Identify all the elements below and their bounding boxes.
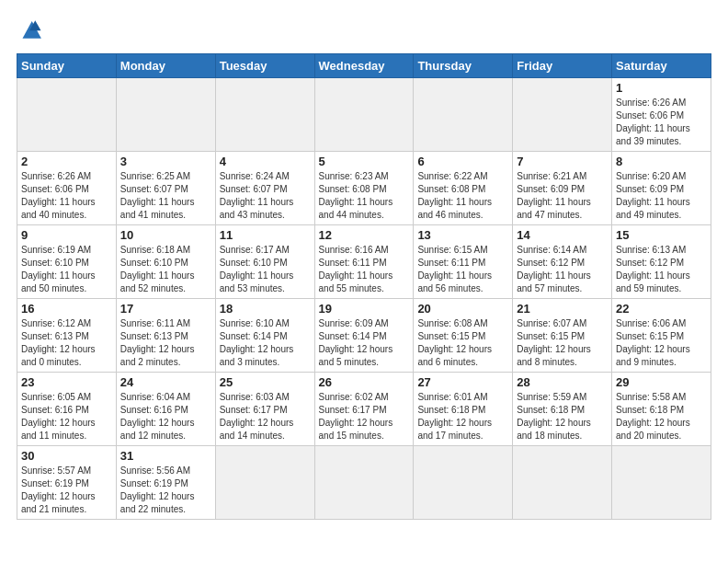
calendar-cell: 27Sunrise: 6:01 AM Sunset: 6:18 PM Dayli… (414, 373, 513, 446)
day-info: Sunrise: 6:19 AM Sunset: 6:10 PM Dayligh… (21, 244, 112, 295)
calendar-cell (414, 78, 513, 152)
calendar-cell: 21Sunrise: 6:07 AM Sunset: 6:15 PM Dayli… (513, 299, 612, 373)
day-info: Sunrise: 6:17 AM Sunset: 6:10 PM Dayligh… (220, 244, 311, 295)
day-info: Sunrise: 6:24 AM Sunset: 6:07 PM Dayligh… (220, 170, 311, 222)
day-info: Sunrise: 5:56 AM Sunset: 6:19 PM Dayligh… (120, 465, 211, 516)
calendar-cell: 3Sunrise: 6:25 AM Sunset: 6:07 PM Daylig… (116, 152, 215, 225)
day-number: 18 (220, 302, 311, 316)
week-row-2: 2Sunrise: 6:26 AM Sunset: 6:06 PM Daylig… (17, 152, 711, 225)
day-number: 2 (21, 155, 112, 168)
calendar-cell: 15Sunrise: 6:13 AM Sunset: 6:12 PM Dayli… (612, 225, 711, 299)
day-number: 1 (616, 81, 707, 95)
day-number: 22 (616, 302, 707, 316)
day-number: 28 (517, 375, 608, 389)
week-row-5: 23Sunrise: 6:05 AM Sunset: 6:16 PM Dayli… (17, 373, 711, 446)
day-info: Sunrise: 6:22 AM Sunset: 6:08 PM Dayligh… (417, 170, 508, 222)
day-info: Sunrise: 6:26 AM Sunset: 6:06 PM Dayligh… (21, 170, 112, 222)
calendar-cell (612, 446, 711, 520)
day-info: Sunrise: 6:21 AM Sunset: 6:09 PM Dayligh… (517, 170, 608, 222)
calendar-cell: 22Sunrise: 6:06 AM Sunset: 6:15 PM Dayli… (612, 299, 711, 373)
calendar-cell: 28Sunrise: 5:59 AM Sunset: 6:18 PM Dayli… (513, 373, 612, 446)
day-info: Sunrise: 6:07 AM Sunset: 6:15 PM Dayligh… (517, 317, 608, 369)
weekday-monday: Monday (116, 54, 215, 78)
calendar-cell: 8Sunrise: 6:20 AM Sunset: 6:09 PM Daylig… (612, 152, 711, 225)
day-info: Sunrise: 6:05 AM Sunset: 6:16 PM Dayligh… (21, 391, 112, 442)
day-info: Sunrise: 6:26 AM Sunset: 6:06 PM Dayligh… (616, 97, 707, 148)
calendar-cell: 26Sunrise: 6:02 AM Sunset: 6:17 PM Dayli… (314, 373, 414, 446)
weekday-tuesday: Tuesday (215, 54, 314, 78)
weekday-saturday: Saturday (612, 54, 711, 78)
day-number: 4 (220, 155, 311, 168)
day-number: 31 (120, 449, 211, 463)
day-number: 13 (417, 228, 508, 242)
calendar-cell (215, 446, 314, 520)
calendar-cell: 4Sunrise: 6:24 AM Sunset: 6:07 PM Daylig… (215, 152, 314, 225)
day-number: 26 (319, 375, 410, 389)
calendar-cell: 30Sunrise: 5:57 AM Sunset: 6:19 PM Dayli… (17, 446, 117, 520)
day-info: Sunrise: 6:03 AM Sunset: 6:17 PM Dayligh… (220, 391, 311, 442)
day-number: 15 (616, 228, 707, 242)
logo (17, 17, 48, 46)
day-number: 10 (120, 228, 211, 242)
day-number: 5 (319, 155, 410, 168)
day-number: 20 (417, 302, 508, 316)
day-info: Sunrise: 6:16 AM Sunset: 6:11 PM Dayligh… (319, 244, 410, 295)
calendar: SundayMondayTuesdayWednesdayThursdayFrid… (17, 53, 711, 520)
day-info: Sunrise: 6:14 AM Sunset: 6:12 PM Dayligh… (517, 244, 608, 295)
calendar-cell: 19Sunrise: 6:09 AM Sunset: 6:14 PM Dayli… (314, 299, 414, 373)
calendar-cell: 20Sunrise: 6:08 AM Sunset: 6:15 PM Dayli… (414, 299, 513, 373)
day-info: Sunrise: 6:12 AM Sunset: 6:13 PM Dayligh… (21, 317, 112, 369)
calendar-cell (513, 78, 612, 152)
calendar-cell (116, 78, 215, 152)
day-info: Sunrise: 6:15 AM Sunset: 6:11 PM Dayligh… (417, 244, 508, 295)
calendar-cell: 17Sunrise: 6:11 AM Sunset: 6:13 PM Dayli… (116, 299, 215, 373)
calendar-cell: 10Sunrise: 6:18 AM Sunset: 6:10 PM Dayli… (116, 225, 215, 299)
week-row-1: 1Sunrise: 6:26 AM Sunset: 6:06 PM Daylig… (17, 78, 711, 152)
calendar-cell: 25Sunrise: 6:03 AM Sunset: 6:17 PM Dayli… (215, 373, 314, 446)
calendar-cell: 2Sunrise: 6:26 AM Sunset: 6:06 PM Daylig… (17, 152, 117, 225)
weekday-header-row: SundayMondayTuesdayWednesdayThursdayFrid… (17, 54, 711, 78)
calendar-cell: 1Sunrise: 6:26 AM Sunset: 6:06 PM Daylig… (612, 78, 711, 152)
calendar-cell: 7Sunrise: 6:21 AM Sunset: 6:09 PM Daylig… (513, 152, 612, 225)
day-number: 21 (517, 302, 608, 316)
header (17, 17, 711, 46)
week-row-6: 30Sunrise: 5:57 AM Sunset: 6:19 PM Dayli… (17, 446, 711, 520)
day-info: Sunrise: 6:01 AM Sunset: 6:18 PM Dayligh… (417, 391, 508, 442)
day-number: 17 (120, 302, 211, 316)
day-number: 29 (616, 375, 707, 389)
day-info: Sunrise: 6:08 AM Sunset: 6:15 PM Dayligh… (417, 317, 508, 369)
calendar-cell (414, 446, 513, 520)
calendar-cell (215, 78, 314, 152)
weekday-wednesday: Wednesday (314, 54, 414, 78)
weekday-thursday: Thursday (414, 54, 513, 78)
weekday-sunday: Sunday (17, 54, 117, 78)
day-number: 27 (417, 375, 508, 389)
calendar-cell: 18Sunrise: 6:10 AM Sunset: 6:14 PM Dayli… (215, 299, 314, 373)
day-number: 19 (319, 302, 410, 316)
day-info: Sunrise: 6:20 AM Sunset: 6:09 PM Dayligh… (616, 170, 707, 222)
calendar-cell: 31Sunrise: 5:56 AM Sunset: 6:19 PM Dayli… (116, 446, 215, 520)
week-row-3: 9Sunrise: 6:19 AM Sunset: 6:10 PM Daylig… (17, 225, 711, 299)
calendar-cell: 13Sunrise: 6:15 AM Sunset: 6:11 PM Dayli… (414, 225, 513, 299)
day-info: Sunrise: 6:18 AM Sunset: 6:10 PM Dayligh… (120, 244, 211, 295)
day-info: Sunrise: 5:57 AM Sunset: 6:19 PM Dayligh… (21, 465, 112, 516)
day-number: 16 (21, 302, 112, 316)
day-number: 6 (417, 155, 508, 168)
calendar-cell (513, 446, 612, 520)
day-info: Sunrise: 6:09 AM Sunset: 6:14 PM Dayligh… (319, 317, 410, 369)
calendar-cell: 16Sunrise: 6:12 AM Sunset: 6:13 PM Dayli… (17, 299, 117, 373)
calendar-cell (314, 446, 414, 520)
day-number: 23 (21, 375, 112, 389)
day-info: Sunrise: 6:10 AM Sunset: 6:14 PM Dayligh… (220, 317, 311, 369)
day-number: 3 (120, 155, 211, 168)
day-info: Sunrise: 6:23 AM Sunset: 6:08 PM Dayligh… (319, 170, 410, 222)
day-number: 24 (120, 375, 211, 389)
calendar-cell: 23Sunrise: 6:05 AM Sunset: 6:16 PM Dayli… (17, 373, 117, 446)
calendar-cell: 14Sunrise: 6:14 AM Sunset: 6:12 PM Dayli… (513, 225, 612, 299)
calendar-cell: 29Sunrise: 5:58 AM Sunset: 6:18 PM Dayli… (612, 373, 711, 446)
day-info: Sunrise: 6:04 AM Sunset: 6:16 PM Dayligh… (120, 391, 211, 442)
day-info: Sunrise: 6:13 AM Sunset: 6:12 PM Dayligh… (616, 244, 707, 295)
day-number: 8 (616, 155, 707, 168)
day-info: Sunrise: 6:11 AM Sunset: 6:13 PM Dayligh… (120, 317, 211, 369)
day-info: Sunrise: 6:25 AM Sunset: 6:07 PM Dayligh… (120, 170, 211, 222)
